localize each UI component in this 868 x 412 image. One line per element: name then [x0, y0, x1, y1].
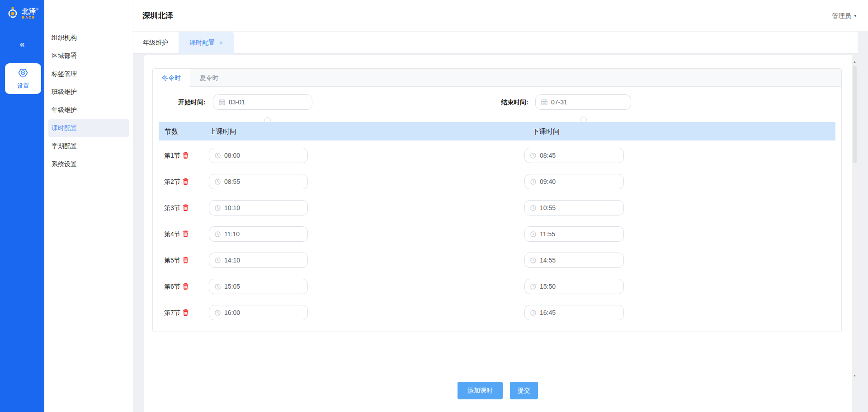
class-end-time-input[interactable]: 15:50: [524, 279, 624, 294]
schedule-panel: 冬令时夏令时 开始时间: 03-01 结束时间: 07-31 节数 上课时间: [152, 68, 842, 332]
sidebar-item-label: 标签管理: [52, 70, 77, 78]
user-name: 管理员: [832, 0, 851, 32]
clock-icon: [530, 258, 536, 263]
end-date-input[interactable]: 07-31: [535, 94, 631, 110]
page-tab-label: 年级维护: [143, 39, 168, 47]
class-start-time-input[interactable]: 08:00: [209, 148, 308, 163]
scrollbar-thumb[interactable]: [853, 66, 857, 163]
class-end-time-input[interactable]: 16:45: [524, 305, 624, 320]
sidebar-item[interactable]: 班级维护: [48, 83, 129, 101]
clock-icon: [530, 205, 536, 211]
sidebar-item[interactable]: 组织机构: [48, 29, 129, 47]
delete-trash-icon[interactable]: [183, 283, 189, 290]
table-row: 第3节10:1010:55: [159, 195, 835, 221]
rail-item-settings[interactable]: 设置: [5, 63, 41, 94]
season-tabs: 冬令时夏令时: [153, 69, 841, 87]
class-end-time-input[interactable]: 09:40: [524, 174, 624, 189]
delete-trash-icon[interactable]: [183, 152, 189, 159]
logo-text-en: BAZE: [22, 16, 38, 19]
start-date-value: 03-01: [229, 98, 245, 106]
table-row: 第6节15:0515:50: [159, 273, 835, 300]
sidebar-item-label: 学期配置: [52, 142, 77, 150]
primary-rail: 北泽® BAZE « 设置: [0, 0, 44, 412]
footer-actions: 添加课时 提交: [144, 382, 852, 399]
time-value: 14:10: [224, 257, 240, 264]
sidebar-item[interactable]: 标签管理: [48, 65, 129, 83]
period-label: 第1节: [164, 142, 180, 169]
delete-trash-icon[interactable]: [183, 230, 189, 237]
page-tab[interactable]: 课时配置×: [179, 32, 234, 54]
class-end-time-input[interactable]: 10:55: [524, 200, 624, 215]
delete-trash-icon[interactable]: [183, 257, 189, 263]
class-start-time-input[interactable]: 16:00: [209, 305, 308, 320]
end-date-value: 07-31: [551, 98, 567, 106]
class-end-time-input[interactable]: 14:55: [524, 253, 624, 268]
sidebar-menu: 组织机构区域部署标签管理班级维护年级维护课时配置学期配置系统设置: [44, 0, 133, 412]
submit-button[interactable]: 提交: [510, 382, 538, 399]
logo-text-cn: 北泽: [22, 7, 36, 15]
chevron-down-icon: ▾: [854, 0, 856, 32]
sidebar-item[interactable]: 区域部署: [48, 47, 129, 65]
scroll-up-arrow-icon[interactable]: ▲: [852, 60, 858, 63]
rail-item-settings-label: 设置: [17, 82, 29, 90]
start-date-input[interactable]: 03-01: [213, 94, 312, 110]
top-header: 深圳北泽 管理员 ▾: [133, 0, 868, 32]
table-row: 第4节11:1011:55: [159, 221, 835, 247]
sidebar-item[interactable]: 系统设置: [48, 155, 129, 173]
sidebar-item-label: 区域部署: [52, 52, 77, 60]
delete-trash-icon[interactable]: [183, 309, 189, 316]
sidebar-item[interactable]: 学期配置: [48, 137, 129, 155]
page-tab-label: 课时配置: [189, 39, 215, 47]
page-tabs: 年级维护课时配置×: [133, 32, 858, 54]
close-icon[interactable]: ×: [219, 39, 223, 46]
vertical-scrollbar[interactable]: ▲ ▼: [852, 58, 858, 379]
clock-icon: [215, 258, 221, 263]
scroll-down-arrow-icon[interactable]: ▼: [852, 374, 858, 377]
calendar-icon: [541, 99, 547, 105]
column-header-end: 下课时间: [533, 122, 560, 140]
sidebar-item-label: 系统设置: [52, 160, 77, 169]
season-tab[interactable]: 夏令时: [190, 69, 228, 87]
page-tab[interactable]: 年级维护: [143, 32, 168, 54]
class-end-time-input[interactable]: 08:45: [524, 148, 624, 163]
table-row: 第1节08:0008:45: [159, 142, 835, 169]
period-label: 第3节: [164, 195, 180, 221]
time-value: 15:50: [540, 283, 556, 290]
class-start-time-input[interactable]: 15:05: [209, 279, 308, 294]
app-logo: 北泽® BAZE: [6, 6, 38, 21]
end-time-label: 结束时间:: [501, 94, 528, 110]
season-tab[interactable]: 冬令时: [153, 69, 190, 87]
class-start-time-input[interactable]: 10:10: [209, 200, 308, 215]
logo-reg-mark: ®: [36, 8, 38, 11]
time-value: 08:55: [224, 178, 240, 185]
time-value: 16:45: [540, 309, 556, 316]
class-start-time-input[interactable]: 14:10: [209, 253, 308, 268]
clock-icon: [215, 205, 221, 211]
class-start-time-input[interactable]: 11:10: [209, 226, 308, 242]
time-value: 11:55: [540, 230, 555, 238]
class-end-time-input[interactable]: 11:55: [524, 226, 624, 242]
time-value: 14:55: [540, 257, 556, 264]
user-menu[interactable]: 管理员 ▾: [832, 0, 856, 32]
time-value: 10:10: [224, 204, 240, 211]
time-value: 09:40: [540, 178, 556, 185]
period-label: 第7节: [164, 300, 180, 326]
sidebar-item[interactable]: 年级维护: [48, 101, 129, 119]
period-label: 第6节: [164, 273, 180, 300]
delete-trash-icon[interactable]: [183, 178, 189, 185]
clock-icon: [215, 231, 221, 237]
settings-hexagon-icon: [18, 67, 28, 80]
sidebar-item-label: 组织机构: [52, 34, 77, 42]
clock-icon: [530, 231, 536, 237]
delete-trash-icon[interactable]: [183, 204, 189, 211]
logo-icon: [6, 6, 19, 21]
page-title: 深圳北泽: [142, 0, 173, 32]
start-time-label: 开始时间:: [178, 94, 206, 110]
sidebar-item[interactable]: 课时配置: [48, 119, 129, 137]
clock-icon: [215, 310, 221, 316]
clock-icon: [215, 284, 221, 290]
class-start-time-input[interactable]: 08:55: [209, 174, 308, 189]
sidebar-collapse-button[interactable]: «: [0, 39, 44, 49]
clock-icon: [530, 310, 536, 316]
add-period-button[interactable]: 添加课时: [458, 382, 503, 399]
